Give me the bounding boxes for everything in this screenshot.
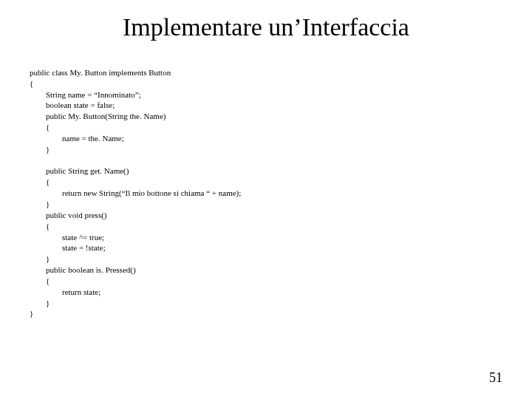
code-line: { (46, 276, 50, 285)
page-number: 51 (489, 370, 502, 386)
code-line: boolean state = false; (46, 100, 115, 109)
code-line: String name = “Innominato”; (46, 90, 141, 99)
code-line: public void press() (46, 211, 106, 219)
slide-title: Implementare un’Interfaccia (0, 0, 532, 56)
code-line: { (46, 177, 50, 186)
code-line: { (46, 222, 50, 231)
code-line: { (30, 79, 33, 88)
code-line: state = !state; (62, 243, 106, 252)
code-line: } (46, 254, 50, 263)
code-line: state ^= true; (62, 233, 104, 242)
code-line: public boolean is. Pressed() (46, 265, 136, 274)
code-block: public class My. Button implements Butto… (0, 56, 532, 319)
code-line: public String get. Name() (46, 166, 129, 175)
code-line: } (30, 309, 33, 318)
code-line: } (46, 145, 50, 154)
code-line: } (46, 299, 50, 307)
code-line: } (46, 200, 50, 208)
code-line: public class My. Button implements Butto… (30, 68, 171, 77)
code-line: return state; (62, 287, 100, 296)
code-line: { (46, 123, 50, 132)
code-line: public My. Button(String the. Name) (46, 112, 166, 120)
code-line: return new String(“Il mio bottone si chi… (62, 188, 241, 197)
code-line: name = the. Name; (62, 134, 124, 143)
